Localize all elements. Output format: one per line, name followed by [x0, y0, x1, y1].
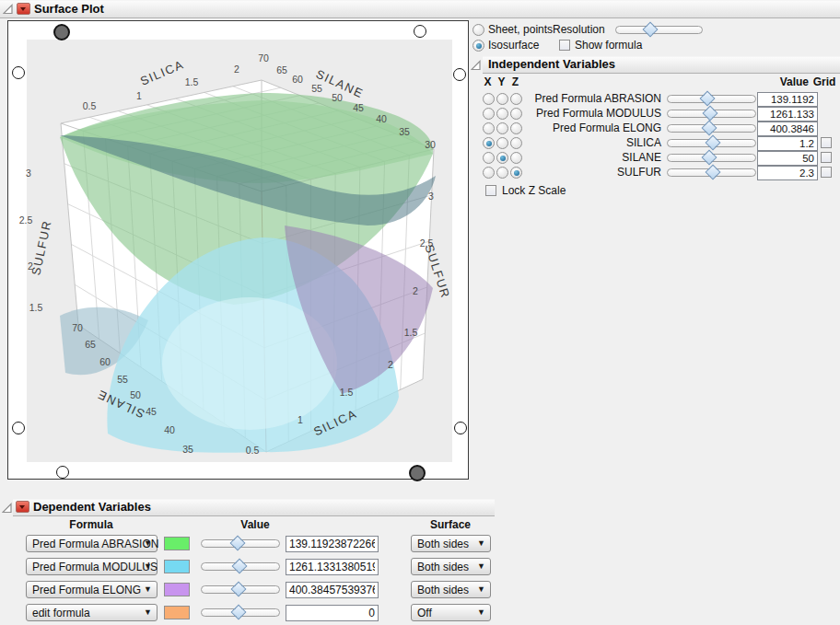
dep-value-slider[interactable] — [201, 562, 280, 571]
chevron-down-icon: ▼ — [477, 584, 485, 594]
x-radio[interactable] — [483, 152, 495, 164]
formula-dropdown[interactable]: edit formula▼ — [26, 604, 158, 621]
x-radio[interactable] — [483, 93, 495, 105]
resolution-slider-thumb[interactable] — [643, 22, 659, 38]
axis-tick-label: 1.5 — [404, 327, 418, 338]
y-radio[interactable] — [496, 108, 508, 120]
plot-rotation-handle[interactable] — [454, 422, 467, 434]
dep-value-field[interactable] — [286, 536, 379, 552]
value-slider[interactable] — [667, 95, 756, 103]
slider-thumb[interactable] — [701, 150, 717, 166]
resolution-label: Resolution — [553, 23, 605, 36]
value-field[interactable] — [757, 107, 818, 122]
axis-tick-label: 50 — [332, 92, 343, 103]
y-radio[interactable] — [496, 93, 508, 105]
dep-value-field[interactable] — [286, 605, 379, 621]
y-radio[interactable] — [496, 137, 508, 149]
slider-thumb[interactable] — [706, 135, 721, 151]
dependent-red-menu-button[interactable] — [16, 501, 29, 513]
value-slider[interactable] — [667, 154, 756, 162]
independent-disclosure-icon[interactable] — [471, 60, 482, 71]
variable-label: SILANE — [520, 151, 661, 164]
surface-color-swatch[interactable] — [164, 583, 190, 596]
value-field[interactable] — [757, 92, 818, 107]
value-field[interactable] — [757, 151, 818, 166]
surface-dropdown[interactable]: Both sides▼ — [411, 558, 491, 575]
surface-color-swatch[interactable] — [164, 606, 190, 619]
lock-z-scale-checkbox[interactable] — [485, 185, 496, 196]
resolution-slider[interactable] — [615, 26, 703, 34]
value-field[interactable] — [757, 122, 818, 136]
plot-rotation-handle[interactable] — [56, 466, 69, 479]
slider-thumb[interactable] — [231, 605, 247, 620]
variable-label: Pred Formula MODULUS — [520, 107, 661, 120]
slider-thumb[interactable] — [699, 91, 715, 107]
axis-tick-label: 1.5 — [340, 387, 354, 398]
dep-value-slider[interactable] — [201, 608, 280, 617]
slider-thumb[interactable] — [229, 536, 245, 551]
axis-tick-label: 55 — [117, 374, 128, 385]
axis-tick-label: 65 — [276, 64, 287, 75]
value-field[interactable] — [757, 136, 818, 151]
x-radio[interactable] — [483, 137, 495, 149]
grid-checkbox[interactable] — [821, 137, 832, 148]
sheet-points-radio[interactable] — [472, 24, 484, 36]
plot-rotation-handle[interactable] — [12, 66, 25, 79]
dep-value-slider[interactable] — [201, 585, 280, 594]
axis-tick-label: 1.5 — [185, 76, 199, 87]
value-field[interactable] — [757, 166, 818, 180]
slider-thumb[interactable] — [701, 121, 717, 136]
axis-tick-label: 1 — [136, 90, 142, 101]
value-slider[interactable] — [667, 139, 756, 147]
x-radio[interactable] — [483, 122, 495, 134]
dep-value-slider[interactable] — [201, 539, 280, 548]
col-value: Value — [755, 75, 809, 88]
dependent-disclosure-icon[interactable] — [2, 503, 13, 514]
plot-rotation-handle[interactable] — [53, 24, 70, 41]
formula-dropdown[interactable]: Pred Formula ABRASION▼ — [26, 535, 158, 552]
red-menu-button[interactable] — [17, 3, 30, 15]
dep-value-field[interactable] — [286, 582, 379, 598]
variable-label: Pred Formula ELONG — [520, 122, 661, 134]
sheet-points-label: Sheet, points — [488, 23, 553, 36]
formula-dropdown[interactable]: Pred Formula MODULUS▼ — [26, 558, 158, 575]
value-slider[interactable] — [667, 110, 756, 118]
axis-tick-label: 2 — [388, 359, 393, 370]
slider-thumb[interactable] — [232, 559, 248, 574]
axis-tick-label: 70 — [72, 322, 83, 333]
axis-tick-label: 30 — [425, 139, 436, 150]
show-formula-checkbox[interactable] — [559, 40, 570, 51]
surface-plot-canvas[interactable]: 0.511.5270656055504540353032.521.5706560… — [7, 20, 469, 480]
slider-thumb[interactable] — [231, 582, 247, 597]
plot-rotation-handle[interactable] — [12, 422, 25, 434]
x-radio[interactable] — [483, 108, 495, 120]
axis-tick-label: 60 — [99, 356, 111, 367]
value-slider[interactable] — [667, 124, 756, 133]
chevron-down-icon: ▼ — [144, 561, 152, 571]
x-radio[interactable] — [483, 167, 495, 179]
y-radio[interactable] — [496, 122, 508, 134]
plot-rotation-handle[interactable] — [409, 465, 426, 481]
y-radio[interactable] — [496, 167, 508, 179]
formula-dropdown[interactable]: Pred Formula ELONG▼ — [26, 581, 158, 598]
value-slider[interactable] — [667, 168, 756, 177]
surface-dropdown[interactable]: Both sides▼ — [411, 535, 491, 552]
y-radio[interactable] — [496, 152, 508, 164]
independent-variables-title: Independent Variables — [488, 57, 615, 71]
surface-dropdown[interactable]: Off▼ — [411, 604, 491, 621]
plot-rotation-handle[interactable] — [414, 25, 426, 38]
isosurface-radio[interactable] — [472, 40, 484, 52]
grid-checkbox[interactable] — [821, 167, 832, 178]
surface-color-swatch[interactable] — [164, 537, 190, 550]
outline-disclosure-icon[interactable] — [3, 4, 14, 15]
slider-thumb[interactable] — [706, 165, 721, 180]
surface-color-swatch[interactable] — [164, 560, 190, 573]
surface-dropdown-value: Both sides — [417, 584, 469, 596]
chevron-down-icon: ▼ — [144, 608, 152, 617]
dep-value-field[interactable] — [286, 559, 379, 575]
grid-checkbox[interactable] — [821, 152, 832, 163]
surface-dropdown-value: Off — [417, 607, 432, 619]
slider-thumb[interactable] — [702, 106, 718, 122]
plot-rotation-handle[interactable] — [453, 68, 466, 81]
surface-dropdown[interactable]: Both sides▼ — [411, 581, 491, 598]
